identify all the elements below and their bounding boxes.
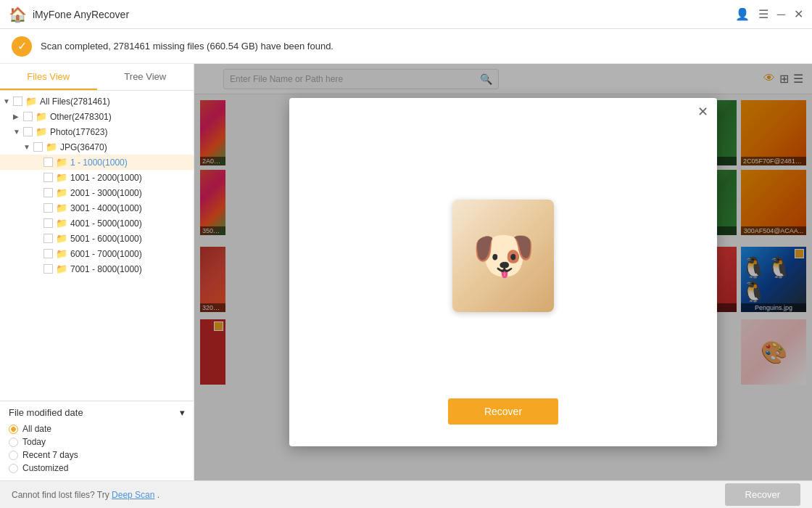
tree-checkbox[interactable] — [44, 234, 53, 243]
radio-recent-7[interactable] — [9, 451, 18, 460]
filter-option-today[interactable]: Today — [9, 435, 185, 448]
tree-checkbox[interactable] — [33, 142, 43, 152]
tree-checkbox[interactable] — [44, 249, 53, 258]
chevron-down-icon: ▼ — [3, 97, 13, 105]
folder-icon: 📁 — [25, 96, 37, 107]
tree-item-label: 7001 - 8000(1000) — [70, 264, 142, 274]
modal-overlay: ✕ 🐶 Recover — [194, 64, 812, 480]
tree-item-label: 5001 - 6000(1000) — [70, 234, 142, 244]
filter-label-customized: Customized — [22, 463, 68, 473]
folder-icon: 📁 — [56, 202, 67, 213]
tree-item-label: 4001 - 5000(1000) — [70, 218, 142, 229]
status-bar: Cannot find lost files? Try Deep Scan . … — [0, 480, 812, 508]
tree-checkbox[interactable] — [23, 127, 33, 136]
folder-icon: 📁 — [56, 187, 67, 198]
tree-item-other[interactable]: ▶ 📁 Other(2478301) — [0, 109, 194, 124]
folder-icon: 📁 — [56, 218, 67, 229]
tab-tree-view[interactable]: Tree View — [97, 64, 194, 90]
tree-checkbox[interactable] — [44, 188, 53, 197]
folder-icon: 📁 — [56, 233, 67, 244]
filter-title: File modified date — [9, 407, 83, 418]
folder-icon: 📁 — [56, 172, 67, 183]
radio-customized[interactable] — [9, 464, 18, 473]
tree-item-7001-8000[interactable]: ▶ 📁 7001 - 8000(1000) — [0, 261, 194, 276]
modal-recover-button[interactable]: Recover — [448, 398, 558, 425]
tree-item-5001-6000[interactable]: ▶ 📁 5001 - 6000(1000) — [0, 231, 194, 246]
deep-scan-link[interactable]: Deep Scan — [112, 490, 154, 500]
tree-checkbox[interactable] — [44, 157, 53, 167]
recover-button[interactable]: Recover — [725, 483, 800, 506]
file-tree: ▼ 📁 All Files(2781461) ▶ 📁 Other(2478301… — [0, 91, 194, 401]
notification-text: Scan completed, 2781461 missing files (6… — [41, 41, 334, 52]
minimize-icon[interactable]: ─ — [777, 8, 785, 21]
tree-item-1-1000[interactable]: ▶ 📁 1 - 1000(1000) — [0, 155, 194, 170]
filter-option-customized[interactable]: Customized — [9, 462, 185, 475]
tree-item-label: 2001 - 3000(1000) — [70, 188, 142, 198]
tab-files-view[interactable]: Files View — [0, 64, 97, 90]
filter-header[interactable]: File modified date ▾ — [9, 407, 185, 418]
notification-bar: ✓ Scan completed, 2781461 missing files … — [0, 29, 812, 64]
tree-checkbox[interactable] — [23, 112, 33, 121]
titlebar: 🏠 iMyFone AnyRecover 👤 ☰ ─ ✕ — [0, 0, 812, 29]
app-title: iMyFone AnyRecover — [33, 9, 735, 20]
tree-item-label: Photo(177623) — [50, 127, 107, 137]
folder-icon: 📁 — [56, 248, 67, 259]
tree-item-1001-2000[interactable]: ▶ 📁 1001 - 2000(1000) — [0, 170, 194, 185]
cannot-find-text: Cannot find lost files? Try — [12, 490, 112, 500]
tree-item-photo[interactable]: ▼ 📁 Photo(177623) — [0, 124, 194, 139]
tree-checkbox[interactable] — [44, 173, 53, 182]
radio-today[interactable] — [9, 438, 18, 447]
folder-icon: 📁 — [56, 157, 67, 168]
filter-section: File modified date ▾ All date Today Rece… — [0, 401, 194, 480]
sidebar: Files View Tree View ▼ 📁 All Files(27814… — [0, 64, 194, 480]
notification-icon: ✓ — [12, 36, 32, 57]
user-icon[interactable]: 👤 — [735, 7, 750, 21]
tree-item-label: 1 - 1000(1000) — [70, 157, 128, 168]
modal-close-button[interactable]: ✕ — [697, 105, 708, 118]
folder-icon: 📁 — [36, 111, 47, 122]
window-controls: 👤 ☰ ─ ✕ — [735, 7, 803, 21]
tree-item-2001-3000[interactable]: ▶ 📁 2001 - 3000(1000) — [0, 185, 194, 200]
view-tabs: Files View Tree View — [0, 64, 194, 91]
tree-checkbox[interactable] — [44, 218, 53, 228]
folder-icon: 📁 — [46, 142, 57, 152]
tree-item-label: 6001 - 7000(1000) — [70, 249, 142, 259]
filter-dropdown-icon: ▾ — [180, 407, 185, 418]
chevron-down-icon: ▼ — [13, 128, 23, 136]
tree-item-3001-4000[interactable]: ▶ 📁 3001 - 4000(1000) — [0, 200, 194, 216]
filter-label-recent-7: Recent 7 days — [22, 450, 78, 460]
tree-item-6001-7000[interactable]: ▶ 📁 6001 - 7000(1000) — [0, 246, 194, 261]
tree-checkbox[interactable] — [44, 264, 53, 274]
folder-icon: 📁 — [56, 263, 67, 274]
radio-all-date[interactable] — [9, 425, 18, 434]
status-text: Cannot find lost files? Try Deep Scan . — [12, 490, 160, 500]
preview-modal: ✕ 🐶 Recover — [289, 98, 717, 446]
chevron-right-icon: ▶ — [13, 112, 23, 120]
tree-checkbox[interactable] — [13, 97, 22, 106]
modal-image-area: 🐶 — [431, 98, 576, 398]
folder-icon: 📁 — [36, 126, 47, 137]
chevron-down-icon: ▼ — [23, 143, 33, 151]
filter-option-all-date[interactable]: All date — [9, 422, 185, 435]
menu-icon[interactable]: ☰ — [758, 7, 768, 21]
tree-item-all-files[interactable]: ▼ 📁 All Files(2781461) — [0, 94, 194, 109]
tree-checkbox[interactable] — [44, 203, 53, 213]
content-area: Enter File Name or Path here 🔍 👁 ⊞ ☰ 2A0… — [194, 64, 812, 480]
filter-label-all-date: All date — [22, 424, 51, 434]
tree-item-4001-5000[interactable]: ▶ 📁 4001 - 5000(1000) — [0, 216, 194, 231]
main-layout: Files View Tree View ▼ 📁 All Files(27814… — [0, 64, 812, 480]
tree-item-label: JPG(36470) — [60, 142, 107, 152]
period-text: . — [157, 490, 160, 500]
filter-option-recent-7[interactable]: Recent 7 days — [9, 448, 185, 462]
tree-item-label: Other(2478301) — [50, 112, 112, 122]
filter-label-today: Today — [22, 437, 46, 447]
tree-item-jpg[interactable]: ▼ 📁 JPG(36470) — [0, 139, 194, 155]
close-icon[interactable]: ✕ — [794, 7, 803, 21]
app-logo-icon: 🏠 — [9, 6, 27, 23]
tree-item-label: 3001 - 4000(1000) — [70, 203, 142, 213]
tree-item-label: All Files(2781461) — [40, 97, 110, 107]
tree-item-label: 1001 - 2000(1000) — [70, 173, 142, 183]
